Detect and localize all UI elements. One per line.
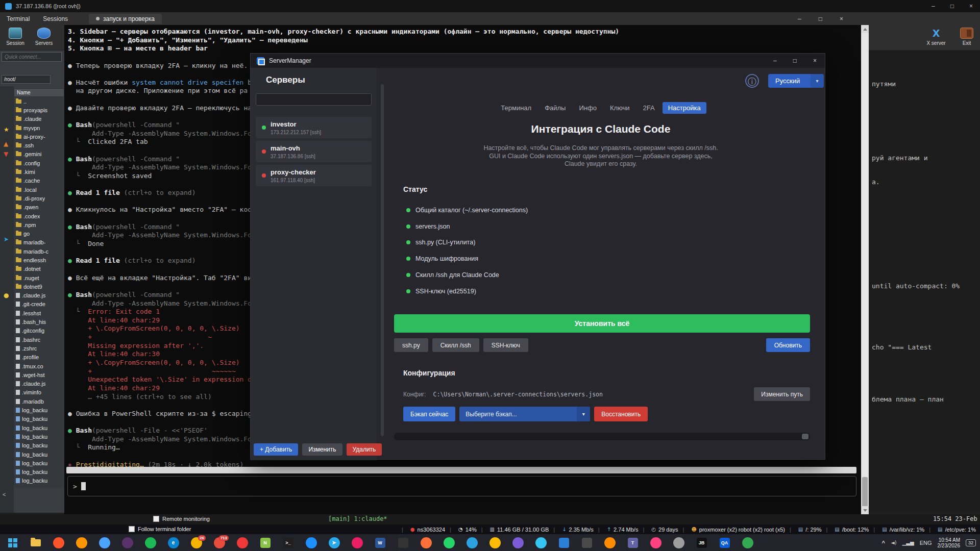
taskbar-app-button[interactable] [667,534,690,551]
file-tree-row[interactable]: log_backu [14,415,64,423]
file-tree-row[interactable]: .npm [14,220,64,229]
sm-tab[interactable]: Ключи [604,102,635,114]
file-tree-row[interactable]: log_backu [14,467,64,476]
taskbar-app-button[interactable] [575,534,598,551]
sm-tab[interactable]: Терминал [495,102,537,114]
sm-tab[interactable]: Файлы [539,102,571,114]
file-tree-row[interactable]: .claude.js [14,380,64,388]
file-tree-row[interactable]: .gemini [14,150,64,159]
file-tree-row[interactable]: .profile [14,353,64,362]
taskbar-app-button[interactable] [506,534,529,551]
file-tree-row[interactable]: log_backu [14,441,64,450]
taskbar-app-button[interactable]: e [162,534,185,551]
exit-button[interactable]: Exit [952,28,980,46]
info-button[interactable]: ⓘ [745,74,759,88]
file-tree-row[interactable]: .wget-hst [14,370,64,379]
servers-button[interactable]: Servers [30,28,58,46]
taskbar-app-button[interactable] [644,534,667,551]
file-tree-row[interactable]: myvpn [14,123,64,132]
session-button[interactable]: Session [1,28,30,46]
file-tree-row[interactable]: .gitconfig [14,327,64,335]
window-control-icon[interactable]: – [773,57,777,64]
window-control-icon[interactable]: × [840,15,843,22]
file-tree-row[interactable]: .mariadb [14,397,64,406]
file-tree-row[interactable]: .lesshst [14,309,64,317]
taskbar-app-button[interactable] [736,534,759,551]
file-tree-row[interactable]: .dotnet [14,265,64,273]
sm-titlebar[interactable]: ServerManager –□× [251,54,825,68]
edit-server-button[interactable]: Изменить [302,443,342,456]
taskbar-app-button[interactable] [346,534,369,551]
follow-folder-checkbox[interactable]: Follow terminal folder [129,526,191,532]
file-tree-row[interactable]: log_backu [14,450,64,459]
taskbar-app-button[interactable] [483,534,506,551]
file-tree-row[interactable]: log_backu [14,477,64,485]
taskbar-app-button[interactable]: W [369,534,391,551]
sm-tab[interactable]: 2FA [638,102,660,114]
file-tree-row[interactable]: .config [14,159,64,167]
file-tree-row[interactable]: .nuget [14,273,64,282]
window-control-icon[interactable]: □ [950,3,954,10]
file-tree-row[interactable]: .claude.js [14,291,64,300]
file-tree-row[interactable]: proxyapis [14,106,64,114]
sm-tab[interactable]: Настройка [663,102,706,114]
file-tree-row[interactable]: go [14,229,64,238]
taskbar-app-button[interactable] [47,534,70,551]
component-install-button[interactable]: ssh.py [394,338,428,352]
taskbar-app-button[interactable]: >_ [277,534,300,551]
language-dropdown[interactable]: Русский ▾ [768,74,824,88]
scrollbar-thumb[interactable] [862,477,868,507]
backup-select[interactable]: Выберите бэкап... ▾ [459,407,590,421]
taskbar-app-button[interactable] [24,534,47,551]
file-tree-row[interactable]: log_backu [14,432,64,441]
taskbar-app-button[interactable]: JB [690,534,713,551]
file-tree-row[interactable]: .bashrc [14,335,64,344]
taskbar-app-button[interactable] [414,534,437,551]
scrollbar-thumb[interactable] [802,434,808,439]
window-control-icon[interactable]: – [932,3,935,10]
taskbar-app-button[interactable] [391,534,414,551]
taskbar-app-button[interactable] [552,534,575,551]
file-tree-row[interactable]: ai-proxy- [14,132,64,141]
taskbar-app-button[interactable]: ➤ [323,534,346,551]
taskbar-app-button[interactable]: QA [713,534,736,551]
tray-chevron-icon[interactable]: ^ [882,540,885,546]
file-tree-row[interactable]: log_backu [14,423,64,432]
file-tree-row[interactable]: .zshrc [14,344,64,353]
menu-item[interactable]: Sessions [36,15,75,22]
restore-button[interactable]: Восстановить [594,407,648,421]
horizontal-scrollbar[interactable] [66,467,856,473]
file-tree-row[interactable]: .tmux.co [14,362,64,370]
file-tree-row[interactable]: mariadb- [14,238,64,247]
quick-connect-input[interactable] [2,52,62,62]
file-tree-row[interactable]: log_backu [14,459,64,467]
window-control-icon[interactable]: × [813,57,817,64]
server-list-item[interactable]: main-ovh 37.187.136.86 [ssh] [256,141,372,162]
backup-now-button[interactable]: Бэкап сейчас [403,407,455,421]
taskbar-app-button[interactable] [300,534,323,551]
vertical-scrollbar[interactable] [861,25,869,514]
file-tree-header[interactable]: Name [14,88,64,97]
sidebar-icon[interactable]: ● [4,292,9,299]
sidebar-icon[interactable]: ▼ [4,151,8,158]
component-install-button[interactable]: Скилл /ssh [432,338,479,352]
taskbar-app-button[interactable]: 713 [208,534,231,551]
file-tree-row[interactable]: dotnet9 [14,282,64,291]
taskbar-app-button[interactable]: 26 [185,534,208,551]
file-tree-row[interactable]: mariadb-c [14,247,64,256]
window-control-icon[interactable]: × [969,3,973,10]
scroll-up-icon[interactable] [861,25,869,33]
taskbar-app-button[interactable]: N [254,534,277,551]
taskbar-app-button[interactable] [460,534,483,551]
scroll-down-icon[interactable] [861,506,869,514]
taskbar-app-button[interactable] [231,534,254,551]
taskbar-app-button[interactable] [437,534,460,551]
taskbar-app-button[interactable] [598,534,621,551]
taskbar-app-button[interactable] [529,534,552,551]
taskbar-app-button[interactable] [139,534,162,551]
window-control-icon[interactable]: □ [793,57,797,64]
window-control-icon[interactable]: □ [819,15,822,22]
file-tree-row[interactable]: .. [14,97,64,106]
file-tree-row[interactable]: .qwen [14,203,64,212]
file-tree-row[interactable]: .ssh [14,141,64,149]
